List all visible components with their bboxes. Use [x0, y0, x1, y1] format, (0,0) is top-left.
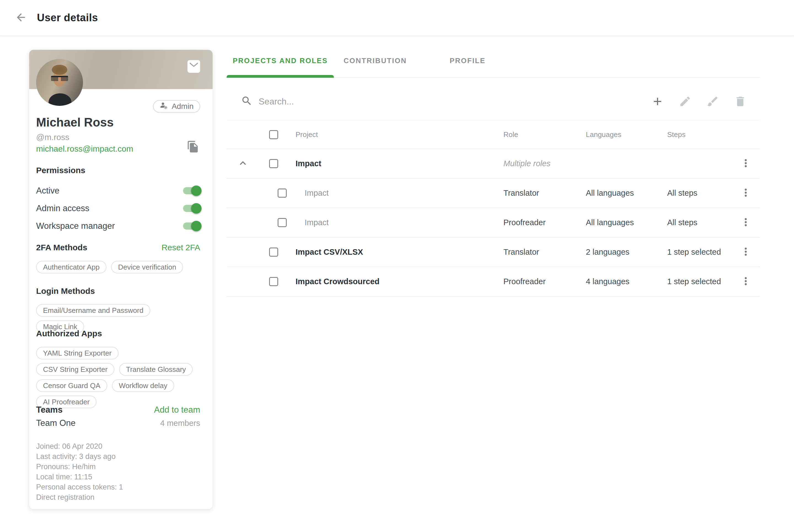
envelope-icon	[189, 62, 198, 71]
row-menu-button[interactable]	[739, 216, 753, 230]
tab-contribution[interactable]: CONTRIBUTION	[334, 44, 417, 77]
kebab-icon	[740, 254, 752, 259]
login-methods-title: Login Methods	[36, 286, 95, 296]
user-meta-line: Joined: 06 Apr 2020	[36, 441, 123, 452]
steps-value: 1 step selected	[667, 277, 721, 286]
user-meta-line: Personal access tokens: 1	[36, 482, 123, 492]
user-meta-list: Joined: 06 Apr 2020Last activity: 3 days…	[36, 441, 123, 502]
toggle-switch[interactable]	[183, 223, 200, 230]
edit-button	[679, 95, 692, 108]
teams-header: Teams Add to team	[36, 405, 200, 415]
delete-icon	[734, 104, 746, 109]
table-row: Impact Translator All languages All step…	[227, 178, 760, 208]
user-name: Michael Ross	[36, 115, 114, 129]
tab-projects-and-roles[interactable]: PROJECTS AND ROLES	[227, 44, 334, 77]
projects-roles-table: Project Role Languages Steps Impact Mult…	[227, 120, 760, 297]
team-members-count: 4 members	[160, 419, 200, 428]
user-handle: @m.ross	[36, 133, 69, 142]
project-name: Impact	[305, 189, 328, 197]
back-button[interactable]	[14, 11, 27, 24]
permission-label: Workspace manager	[36, 221, 115, 231]
admin-user-icon	[159, 101, 168, 111]
chip: Translate Glossary	[119, 363, 193, 376]
role-value: Proofreader	[504, 218, 546, 227]
edit-icon	[679, 104, 692, 109]
row-checkbox[interactable]	[269, 277, 278, 286]
team-row: Team One 4 members	[36, 417, 200, 429]
project-name: Impact	[305, 218, 328, 227]
user-meta-line: Direct registration	[36, 492, 123, 502]
row-menu-button[interactable]	[739, 245, 753, 259]
permission-label: Active	[36, 186, 59, 196]
tabs: PROJECTS AND ROLESCONTRIBUTIONPROFILE	[227, 44, 760, 78]
chip: Authenticator App	[36, 261, 107, 273]
chip: YAML String Exporter	[36, 347, 118, 359]
role-value: Proofreader	[504, 277, 546, 286]
arrow-back-icon	[15, 11, 27, 24]
user-meta-line: Last activity: 3 days ago	[36, 452, 123, 462]
teams-list: Team One 4 members	[36, 417, 200, 429]
user-email-link[interactable]: michael.ross@impact.com	[36, 144, 133, 154]
permission-label: Admin access	[36, 204, 89, 213]
toggle-switch[interactable]	[183, 187, 200, 194]
languages-value: 4 languages	[586, 277, 629, 286]
row-checkbox[interactable]	[278, 218, 287, 227]
chip: Censor Guard QA	[36, 379, 107, 392]
kebab-icon	[740, 195, 752, 200]
select-all-checkbox[interactable]	[269, 130, 278, 139]
table-row: Impact CSV/XLSX Translator 2 languages 1…	[227, 238, 760, 267]
app-header: User details	[0, 0, 794, 36]
role-value: Translator	[504, 248, 539, 256]
copy-email-button[interactable]	[186, 140, 200, 154]
chip: Device verification	[111, 261, 183, 273]
toggle-switch[interactable]	[183, 205, 200, 212]
permission-row: Admin access	[36, 202, 200, 215]
project-name: Impact	[296, 159, 321, 168]
permission-row: Workspace manager	[36, 220, 200, 232]
team-name: Team One	[36, 418, 76, 428]
project-name: Impact Crowdsourced	[296, 277, 380, 286]
steps-value: 1 step selected	[667, 248, 721, 256]
chip: Email/Username and Password	[36, 304, 150, 317]
copy-icon	[187, 150, 199, 154]
table-toolbar	[227, 83, 760, 120]
user-meta-line: Local time: 11:15	[36, 472, 123, 482]
page-title: User details	[37, 12, 98, 24]
reset-2fa-button[interactable]: Reset 2FA	[162, 243, 200, 252]
teams-title: Teams	[36, 405, 62, 415]
twofa-title: 2FA Methods	[36, 243, 88, 252]
add-button[interactable]	[651, 95, 664, 108]
row-checkbox[interactable]	[269, 248, 278, 256]
column-header-role: Role	[504, 130, 586, 139]
column-header-project: Project	[287, 130, 504, 139]
table-row: Impact Crowdsourced Proofreader 4 langua…	[227, 267, 760, 297]
chevron-up-icon	[237, 166, 249, 170]
role-badge-label: Admin	[172, 102, 193, 111]
table-row: Impact Proofreader All languages All ste…	[227, 208, 760, 238]
kebab-icon	[740, 166, 752, 170]
column-header-steps: Steps	[667, 130, 739, 139]
row-menu-button[interactable]	[739, 186, 753, 200]
column-header-languages: Languages	[586, 130, 667, 139]
steps-value: All steps	[667, 218, 698, 227]
collapse-row-button[interactable]	[236, 157, 249, 170]
send-email-button[interactable]	[187, 60, 200, 73]
clean-icon	[706, 104, 719, 109]
avatar	[36, 59, 83, 106]
role-value: Multiple roles	[504, 159, 551, 168]
permissions-title: Permissions	[36, 166, 85, 175]
add-to-team-button[interactable]: Add to team	[154, 405, 200, 415]
clean-button	[706, 95, 719, 108]
add-icon	[651, 104, 664, 109]
row-menu-button[interactable]	[739, 157, 753, 171]
row-menu-button[interactable]	[739, 275, 753, 289]
authorized-apps-title: Authorized Apps	[36, 329, 102, 338]
steps-value: All steps	[667, 189, 698, 197]
search-icon	[227, 95, 252, 108]
row-checkbox[interactable]	[278, 189, 287, 198]
toolbar-actions	[651, 95, 746, 108]
languages-value: 2 languages	[586, 248, 629, 256]
search-input[interactable]	[259, 96, 651, 107]
tab-profile[interactable]: PROFILE	[417, 44, 518, 77]
row-checkbox[interactable]	[269, 159, 278, 168]
